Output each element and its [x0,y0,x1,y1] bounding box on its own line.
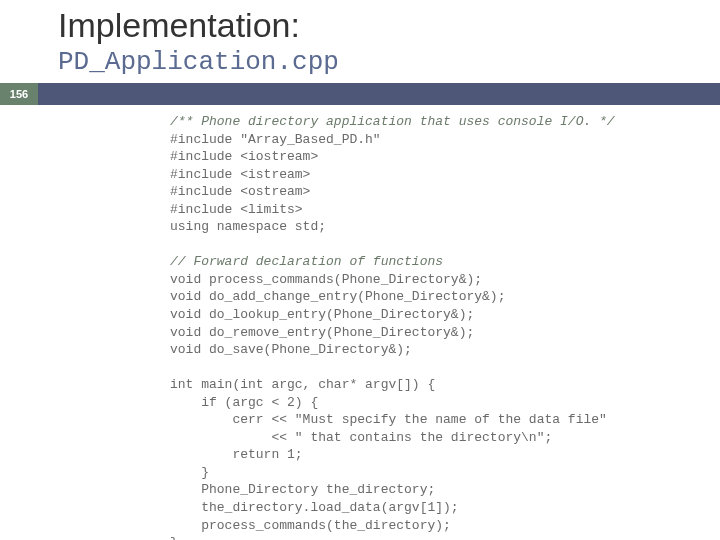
slide: Implementation: PD_Application.cpp 156 /… [0,0,720,540]
code-line: void process_commands(Phone_Directory&); [170,272,482,287]
code-line: #include <ostream> [170,184,310,199]
code-line: << " that contains the directory\n"; [170,430,552,445]
code-line: #include <limits> [170,202,303,217]
code-line: } [170,465,209,480]
code-line: Phone_Directory the_directory; [170,482,435,497]
code-line: if (argc < 2) { [170,395,318,410]
code-line: /** Phone directory application that use… [170,114,615,129]
code-line: #include "Array_Based_PD.h" [170,132,381,147]
code-line: void do_lookup_entry(Phone_Directory&); [170,307,474,322]
code-line: #include <istream> [170,167,310,182]
code-line: #include <iostream> [170,149,318,164]
page-number-badge: 156 [0,83,38,105]
code-line: void do_remove_entry(Phone_Directory&); [170,325,474,340]
code-line: cerr << "Must specify the name of the da… [170,412,607,427]
slide-subtitle: PD_Application.cpp [0,47,720,83]
code-line: process_commands(the_directory); [170,518,451,533]
header-bar: 156 [0,83,720,105]
header-bar-fill [38,83,720,105]
code-line: using namespace std; [170,219,326,234]
code-line: int main(int argc, char* argv[]) { [170,377,435,392]
code-line: the_directory.load_data(argv[1]); [170,500,459,515]
code-block: /** Phone directory application that use… [170,113,690,540]
code-line: // Forward declaration of functions [170,254,443,269]
code-line: } [170,535,178,540]
code-line: void do_add_change_entry(Phone_Directory… [170,289,505,304]
code-line: void do_save(Phone_Directory&); [170,342,412,357]
code-line: return 1; [170,447,303,462]
slide-title: Implementation: [0,0,720,47]
